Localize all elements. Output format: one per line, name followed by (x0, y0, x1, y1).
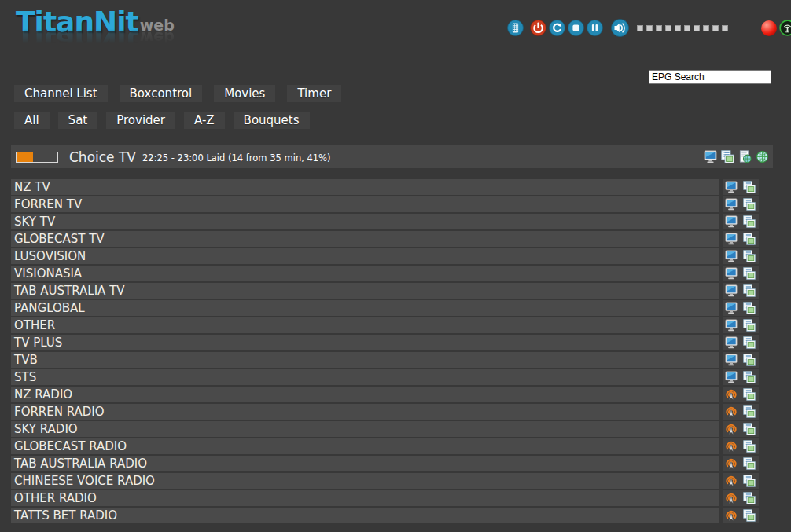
epg-list-icon[interactable] (743, 371, 756, 384)
channel-name[interactable]: GLOBECAST TV (11, 231, 719, 247)
channel-name[interactable]: STS (11, 369, 719, 385)
epg-list-icon[interactable] (743, 509, 756, 523)
channel-row-actions (723, 335, 759, 350)
channel-name[interactable]: PANGLOBAL (11, 300, 719, 316)
nav-button-movies[interactable]: Movies (214, 85, 275, 102)
channel-name[interactable]: SKY RADIO (11, 421, 719, 437)
volume-segment[interactable] (712, 25, 719, 31)
volume-segment[interactable] (675, 25, 681, 31)
monitor-icon[interactable] (725, 215, 738, 229)
monitor-icon[interactable] (725, 302, 738, 315)
monitor-icon[interactable] (725, 233, 738, 246)
transmit-icon[interactable] (725, 475, 738, 488)
transmit-icon[interactable] (725, 423, 738, 436)
channel-row-actions (723, 508, 759, 523)
channel-name[interactable]: TAB AUSTRALIA TV (11, 283, 719, 299)
monitor-icon[interactable] (725, 371, 738, 384)
filter-button-provider[interactable]: Provider (106, 112, 175, 129)
nav-button-timer[interactable]: Timer (287, 85, 341, 102)
volume-icon[interactable] (611, 19, 629, 37)
channel-row: OTHER (11, 317, 759, 333)
volume-segment[interactable] (665, 25, 671, 31)
channel-name[interactable]: TAB AUSTRALIA RADIO (11, 456, 719, 471)
epg-list-icon[interactable] (743, 181, 756, 194)
channel-row: TVB (11, 352, 759, 368)
epg-list-icon[interactable] (743, 336, 756, 350)
channel-name[interactable]: NZ RADIO (11, 387, 719, 402)
channel-row-actions (723, 352, 759, 368)
program-progress-fill (17, 152, 33, 162)
epg-list-icon[interactable] (743, 215, 756, 229)
channel-name[interactable]: TATTS BET RADIO (11, 508, 719, 523)
epg-list-icon[interactable] (743, 423, 756, 436)
monitor-icon[interactable] (725, 354, 738, 367)
globe-icon[interactable] (756, 150, 769, 163)
volume-segment[interactable] (684, 25, 690, 31)
transmit-icon[interactable] (725, 509, 738, 523)
filter-button-all[interactable]: All (14, 112, 50, 129)
transmit-icon[interactable] (725, 440, 738, 453)
monitor-icon[interactable] (725, 181, 738, 194)
channel-name[interactable]: CHINEESE VOICE RADIO (11, 473, 719, 489)
epg-list-icon[interactable] (721, 150, 734, 163)
volume-segment[interactable] (656, 25, 662, 31)
channel-name[interactable]: TVB (11, 352, 719, 368)
channel-name[interactable]: OTHER RADIO (11, 490, 719, 506)
filter-button-sat[interactable]: Sat (58, 112, 98, 129)
stop-icon[interactable] (568, 20, 584, 36)
volume-level-bar[interactable] (634, 25, 728, 31)
epg-list-icon[interactable] (743, 492, 756, 505)
channel-row-actions (723, 248, 759, 264)
epg-list-icon[interactable] (743, 457, 756, 471)
monitor-icon[interactable] (725, 336, 738, 350)
epg-list-icon[interactable] (743, 250, 756, 263)
remote-control-icon[interactable] (507, 20, 524, 36)
pause-icon[interactable] (587, 20, 603, 36)
epg-list-icon[interactable] (743, 233, 756, 246)
channel-name[interactable]: GLOBECAST RADIO (11, 438, 719, 454)
monitor-icon[interactable] (725, 198, 738, 211)
channel-name[interactable]: FORREN RADIO (11, 404, 719, 420)
epg-list-icon[interactable] (743, 319, 756, 332)
filter-button-a-z[interactable]: A-Z (184, 112, 225, 129)
current-program-details: 22:25 - 23:00 Laid (14 from 35 min, 41%) (142, 152, 331, 163)
channel-name[interactable]: TV PLUS (11, 335, 719, 350)
web-page-icon[interactable] (738, 150, 752, 163)
transmit-icon[interactable] (725, 405, 738, 419)
reload-icon[interactable] (549, 20, 565, 36)
epg-list-icon[interactable] (743, 354, 756, 367)
epg-list-icon[interactable] (743, 302, 756, 315)
filter-button-bouquets[interactable]: Bouquets (234, 112, 310, 129)
epg-list-icon[interactable] (743, 405, 756, 419)
filter-nav: AllSatProviderA-ZBouquets (14, 112, 318, 129)
channel-name[interactable]: OTHER (11, 317, 719, 333)
epg-list-icon[interactable] (743, 284, 756, 298)
epg-search-input[interactable] (649, 70, 771, 84)
power-icon[interactable] (530, 20, 546, 36)
transmit-icon[interactable] (725, 492, 738, 505)
channel-name[interactable]: FORREN TV (11, 196, 719, 212)
epg-list-icon[interactable] (743, 198, 756, 211)
volume-segment[interactable] (694, 25, 700, 31)
channel-name[interactable]: NZ TV (11, 179, 719, 195)
monitor-icon[interactable] (725, 250, 738, 263)
monitor-icon[interactable] (725, 284, 738, 298)
epg-list-icon[interactable] (743, 475, 756, 488)
tv-screen-icon[interactable] (704, 150, 717, 163)
transmit-icon[interactable] (725, 457, 738, 471)
channel-name[interactable]: VISIONASIA (11, 266, 719, 281)
epg-list-icon[interactable] (743, 440, 756, 453)
epg-list-icon[interactable] (743, 267, 756, 281)
volume-segment[interactable] (722, 25, 728, 31)
channel-name[interactable]: SKY TV (11, 214, 719, 229)
volume-segment[interactable] (637, 25, 643, 31)
epg-list-icon[interactable] (743, 388, 756, 402)
nav-button-boxcontrol[interactable]: Boxcontrol (120, 85, 203, 102)
volume-segment[interactable] (703, 25, 709, 31)
transmit-icon[interactable] (725, 388, 738, 402)
monitor-icon[interactable] (725, 319, 738, 332)
channel-name[interactable]: LUSOVISION (11, 248, 719, 264)
nav-button-channel-list[interactable]: Channel List (14, 85, 108, 102)
volume-segment[interactable] (646, 25, 653, 31)
monitor-icon[interactable] (725, 267, 738, 281)
